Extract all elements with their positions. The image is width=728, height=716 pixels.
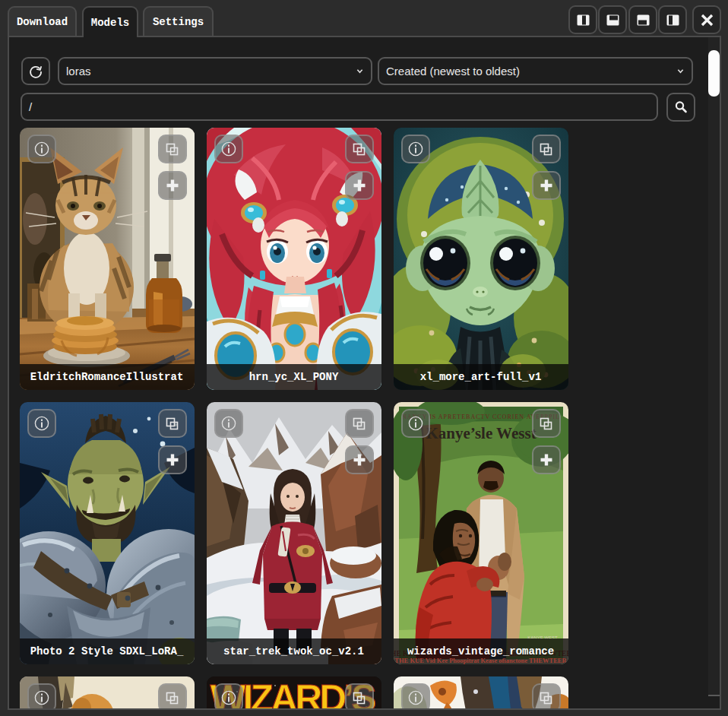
svg-text:Kanye’sle Wesst: Kanye’sle Wesst bbox=[426, 424, 536, 442]
